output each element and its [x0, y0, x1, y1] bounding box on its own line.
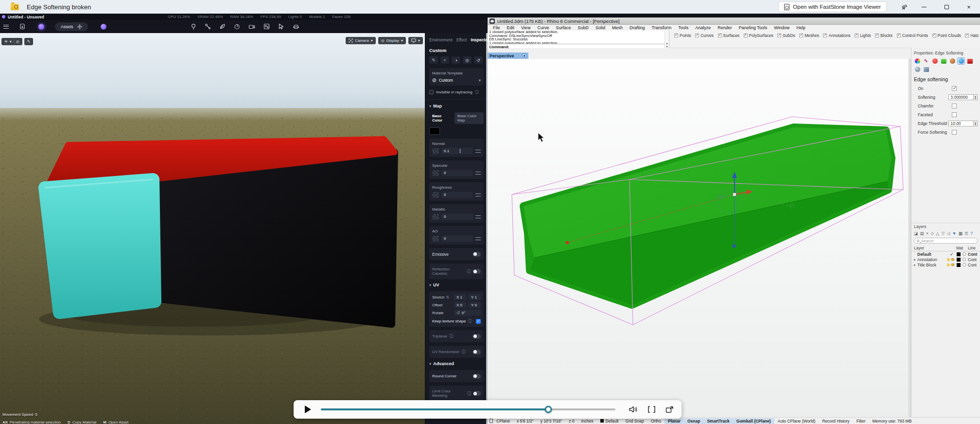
menu-item[interactable]: Surface [552, 25, 574, 30]
sliders-icon[interactable] [475, 149, 481, 153]
invisible-checkbox[interactable] [429, 90, 434, 94]
reset-material-icon[interactable]: ↺ [474, 56, 483, 64]
expand-icon[interactable]: ▸ [914, 258, 917, 262]
map-section-header[interactable]: ▾ Map [429, 104, 484, 108]
sliders-icon[interactable] [475, 193, 481, 197]
layer-search-box[interactable]: Search [914, 238, 978, 244]
layer-row[interactable]: ▸ Annotation ✓ Cont [911, 257, 980, 262]
layer-material-icon[interactable] [962, 252, 966, 256]
selection-filter[interactable]: Meshes [799, 33, 819, 38]
filter-checkbox[interactable] [744, 34, 748, 37]
inspector-tab[interactable]: Effect [456, 37, 467, 42]
filter-checkbox[interactable] [823, 34, 827, 37]
base-color-tab[interactable]: Base Color [429, 112, 453, 124]
filter-checkbox[interactable] [799, 34, 803, 37]
menu-item[interactable]: Mesh [609, 25, 626, 30]
menu-item[interactable]: Solid [592, 25, 609, 30]
selection-filter[interactable]: Point Clouds [932, 33, 961, 38]
toggle-switch[interactable] [472, 269, 481, 274]
move-up-icon[interactable]: △ [936, 231, 940, 236]
layer-color-swatch[interactable] [957, 252, 961, 256]
menu-item[interactable]: Tools [675, 25, 692, 30]
selection-filter[interactable]: PolySurfaces [744, 33, 773, 38]
advanced-section-header[interactable]: ▾ Advanced [429, 361, 484, 366]
volume-icon[interactable] [629, 406, 638, 413]
sliders-icon[interactable] [475, 236, 481, 241]
filter-checkbox[interactable] [932, 34, 936, 37]
statusbar-item[interactable]: y 10'3 7/16" [537, 418, 565, 424]
seek-bar[interactable] [321, 408, 615, 410]
material-ball-icon[interactable] [293, 24, 299, 30]
statusbar-item[interactable]: Memory use: 793 MB [869, 418, 915, 424]
brush-tool-button[interactable]: ✎ [24, 38, 34, 45]
selection-filter[interactable]: Hatches [965, 33, 979, 38]
move-down-icon[interactable]: ▽ [942, 231, 945, 236]
stretch-x-input[interactable]: X 1 [454, 294, 466, 300]
apply-material-icon[interactable]: ◑ [452, 56, 460, 64]
paint-material-icon[interactable]: ✎ [429, 56, 438, 64]
layer-linetype[interactable]: Cont [968, 257, 978, 262]
link-icon[interactable]: ⇅ [446, 295, 449, 300]
delete-layer-icon[interactable]: × [926, 231, 928, 236]
menu-item[interactable]: Paneling Tools [735, 25, 770, 30]
command-scrollbar[interactable]: ▴▾ [665, 31, 669, 48]
sliders-icon[interactable] [475, 171, 481, 175]
menu-item[interactable]: Drafting [626, 25, 648, 30]
render-image-icon[interactable] [263, 23, 270, 30]
inspector-tab[interactable]: Environment [429, 37, 453, 42]
object-properties-icon[interactable] [914, 58, 921, 64]
selection-filter[interactable]: Lights [855, 33, 871, 38]
layer-visibility-icon[interactable] [947, 264, 950, 266]
menu-item[interactable]: Analyze [692, 25, 714, 30]
menu-item[interactable]: Transform [648, 25, 675, 30]
menu-icon[interactable] [3, 25, 9, 29]
filter-checkbox[interactable] [777, 34, 781, 37]
thickness-icon[interactable] [914, 66, 921, 72]
texture-mapping-icon[interactable] [940, 58, 947, 64]
command-history-box[interactable]: 1 closed polysurface added to selection.… [488, 31, 669, 48]
filter-checkbox[interactable] [897, 34, 901, 37]
menu-item[interactable]: SubD [574, 25, 592, 30]
statusbar-item[interactable]: Grid Snap [622, 418, 647, 424]
channel-value-input[interactable]: 0 [441, 192, 473, 198]
layer-visibility-icon[interactable] [947, 258, 950, 261]
layer-material-icon[interactable] [962, 258, 966, 261]
layer-lock-icon[interactable] [951, 264, 954, 266]
filter-checkbox[interactable] [674, 34, 678, 37]
import-model-icon[interactable] [19, 23, 26, 30]
uv-section-header[interactable]: ▾ UV [429, 283, 484, 287]
texture-slot-icon[interactable] [432, 192, 439, 198]
grid-view-icon[interactable]: ▦ [959, 231, 962, 236]
toggle-switch[interactable] [473, 391, 481, 396]
force-checkbox[interactable] [952, 130, 957, 135]
channel-value-input[interactable]: 0 [441, 235, 473, 242]
expand-icon[interactable]: ▸ [914, 263, 917, 267]
statusbar-item[interactable]: x 5'6 1/2" [513, 418, 537, 424]
new-sublayer-icon[interactable]: ▤ [920, 231, 924, 236]
threshold-input[interactable]: 10.00 [948, 121, 973, 126]
statusbar-item[interactable]: Planar [665, 418, 684, 424]
menu-item[interactable]: Window [770, 25, 793, 30]
chamfer-checkbox[interactable] [952, 104, 957, 108]
layer-material-icon[interactable] [962, 263, 966, 266]
faceted-checkbox[interactable] [952, 112, 957, 117]
menu-item[interactable]: Render [714, 25, 735, 30]
statusbar-item[interactable]: SmartTrack [703, 418, 733, 424]
sliders-icon[interactable] [475, 214, 481, 219]
statusbar-item[interactable]: Default [597, 418, 622, 424]
template-dropdown[interactable]: @ Custom ▾ [432, 78, 481, 83]
statusbar-item[interactable]: Record History [819, 418, 853, 424]
stretch-y-input[interactable]: Y 1 [469, 294, 481, 300]
display-dropdown[interactable]: ◎ Display ▾ [378, 37, 406, 44]
toggle-switch[interactable] [472, 334, 481, 339]
viewport-tab-perspective[interactable]: Perspective ▾ [488, 53, 528, 59]
light-icon[interactable] [191, 23, 196, 30]
d5-viewport[interactable]: ✛ ▾ ◎ ✎ Camera ▾ ◎ Display ▾ [0, 33, 425, 424]
minimize-button[interactable] [913, 0, 935, 14]
camera-dropdown[interactable]: Camera ▾ [346, 37, 375, 44]
filter-checkbox[interactable] [875, 34, 879, 37]
softened-box-model[interactable] [0, 33, 425, 424]
displacement-icon[interactable] [949, 58, 956, 64]
softening-spinner[interactable]: ▲▼ [974, 94, 978, 100]
menu-item[interactable]: File [490, 25, 504, 30]
